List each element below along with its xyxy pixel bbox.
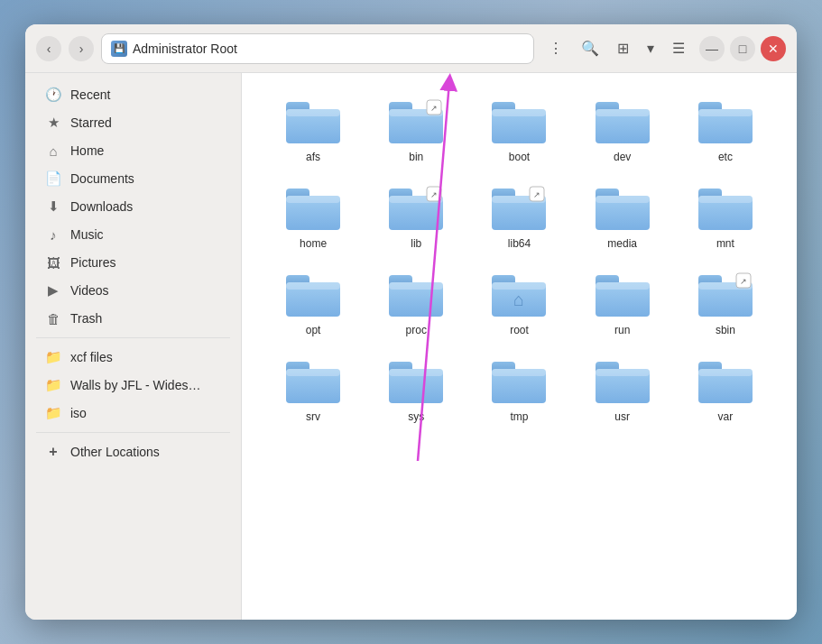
sidebar-item-documents[interactable]: 📄 Documents [31,165,236,192]
file-label-opt: opt [306,324,321,336]
sidebar-item-videos[interactable]: ▶ Videos [31,277,236,304]
window-controls: — □ ✕ [699,36,786,61]
folder-icon-sbin: ↗ [697,271,754,320]
file-item-dev[interactable]: dev [573,91,672,170]
file-label-sbin: sbin [716,324,735,336]
sidebar-item-music[interactable]: ♪ Music [31,221,236,248]
minimize-button[interactable]: — [699,36,725,61]
file-area: afs ↗ bin [242,73,797,620]
sidebar-label-pictures: Pictures [70,255,116,270]
folder-icon-opt [284,271,342,320]
maximize-button[interactable]: □ [730,36,755,61]
forward-button[interactable]: › [69,36,94,61]
file-item-lib64[interactable]: ↗ lib64 [469,178,568,257]
sidebar-item-other-locations[interactable]: + Other Locations [31,438,236,465]
file-item-opt[interactable]: opt [263,264,363,344]
view-grid-button[interactable]: ⊞ [610,34,636,62]
file-label-srv: srv [306,410,320,423]
file-label-boot: boot [509,151,530,163]
starred-icon: ★ [45,115,61,131]
file-label-bin: bin [409,151,423,163]
downloads-icon: ⬇ [45,198,61,215]
file-label-home: home [300,237,327,250]
sidebar-item-xcf[interactable]: 📁 xcf files [31,344,236,371]
file-item-etc[interactable]: etc [676,91,775,170]
file-item-mnt[interactable]: mnt [676,178,775,257]
location-icon: 💾 [111,41,127,57]
svg-rect-65 [596,369,650,376]
sidebar-item-downloads[interactable]: ⬇ Downloads [31,193,236,220]
menu-button[interactable]: ⋮ [541,34,570,62]
file-item-var[interactable]: var [676,351,775,430]
location-text: Administrator Root [133,41,237,56]
folder-icon-root: ⌂ [490,271,548,320]
folder-icon-boot [490,98,548,147]
file-item-root[interactable]: ⌂ root [469,264,568,344]
titlebar: ‹ › 💾 Administrator Root ⋮ 🔍 ⊞ ▾ ☰ — □ ✕ [25,24,797,73]
sidebar-label-iso: iso [70,406,87,420]
svg-text:↗: ↗ [740,277,747,286]
sidebar-item-recent[interactable]: 🕐 Recent [31,81,236,108]
folder-icon-lib: ↗ [387,185,445,234]
file-label-usr: usr [614,410,630,423]
other-locations-icon: + [45,444,61,460]
file-label-run: run [614,324,630,336]
trash-icon: 🗑 [45,310,61,327]
folder-icon-usr [594,358,651,407]
folder-icon-home [284,185,342,234]
sidebar: 🕐 Recent ★ Starred ⌂ Home 📄 Documents ⬇ … [25,73,242,620]
view-list-button[interactable]: ☰ [665,34,692,62]
file-item-sbin[interactable]: ↗ sbin [676,264,775,344]
file-item-media[interactable]: media [573,178,672,257]
pictures-icon: 🖼 [45,254,61,271]
file-label-lib: lib [411,237,421,250]
sidebar-item-starred[interactable]: ★ Starred [31,109,236,136]
file-item-boot[interactable]: boot [469,91,568,170]
file-item-bin[interactable]: ↗ bin [366,91,466,170]
file-item-run[interactable]: run [573,264,672,344]
sidebar-label-documents: Documents [70,171,134,186]
main-content: 🕐 Recent ★ Starred ⌂ Home 📄 Documents ⬇ … [25,73,797,620]
sidebar-label-starred: Starred [70,115,112,130]
file-item-srv[interactable]: srv [263,351,363,430]
sidebar-item-home[interactable]: ⌂ Home [31,137,236,164]
documents-icon: 📄 [45,170,61,187]
file-label-mnt: mnt [716,237,734,250]
sidebar-label-recent: Recent [70,87,110,102]
location-bar[interactable]: 💾 Administrator Root [101,33,534,64]
sidebar-item-trash[interactable]: 🗑 Trash [31,305,236,332]
sidebar-label-other-locations: Other Locations [70,445,160,459]
svg-rect-35 [698,196,753,203]
svg-rect-48 [596,282,650,290]
file-item-tmp[interactable]: tmp [469,351,568,430]
file-item-usr[interactable]: usr [573,351,672,430]
svg-rect-56 [286,369,340,376]
folder-icon-tmp [490,358,548,407]
close-button[interactable]: ✕ [761,36,786,61]
file-item-afs[interactable]: afs [263,91,363,170]
view-dropdown-button[interactable]: ▾ [640,34,661,62]
file-item-proc[interactable]: proc [366,264,466,344]
walls-icon: 📁 [45,377,61,393]
folder-icon-media [594,185,651,234]
videos-icon: ▶ [45,282,61,299]
svg-rect-41 [389,282,443,290]
folder-icon-afs [284,98,342,147]
folder-icon-mnt [697,185,754,234]
sidebar-item-walls[interactable]: 📁 Walls by JFL - Widescreen (... [31,372,236,399]
sidebar-label-trash: Trash [70,311,102,326]
file-label-proc: proc [406,324,427,336]
svg-rect-38 [286,282,340,290]
sidebar-item-iso[interactable]: 📁 iso [31,400,236,427]
folder-icon-bin: ↗ [387,98,445,147]
file-item-lib[interactable]: ↗ lib [366,178,466,257]
folder-icon-dev [594,98,651,147]
search-button[interactable]: 🔍 [574,34,606,62]
file-item-home[interactable]: home [263,178,363,257]
file-item-sys[interactable]: sys [366,351,466,430]
folder-icon-var [697,358,754,407]
sidebar-label-music: Music [70,227,104,242]
sidebar-label-home: Home [70,143,104,158]
sidebar-item-pictures[interactable]: 🖼 Pictures [31,249,236,276]
back-button[interactable]: ‹ [36,36,61,61]
